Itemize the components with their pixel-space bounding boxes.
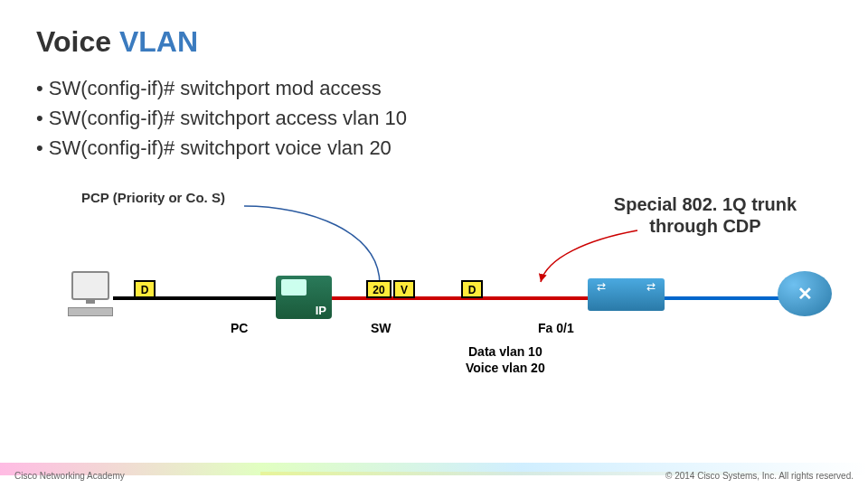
fa-label: Fa 0/1	[538, 321, 574, 335]
ip-phone-icon: IP	[276, 276, 332, 319]
pcp-arrow	[81, 199, 389, 289]
network-diagram: PCP (Priority or Co. S) Special 802. 1Q …	[36, 190, 832, 389]
config-bullets: SW(config-if)# switchport mod access SW(…	[36, 75, 832, 162]
bullet-item: SW(config-if)# switchport access vlan 10	[36, 105, 832, 133]
router-icon: ✕	[778, 271, 832, 316]
sw-label: SW	[371, 321, 392, 335]
footer-right: © 2014 Cisco Systems, Inc. All rights re…	[665, 471, 854, 481]
tag-voice: V	[393, 280, 415, 298]
title-highlight: VLAN	[119, 25, 198, 58]
router-glyph: ✕	[797, 283, 813, 305]
pcp-label: PCP (Priority or Co. S)	[81, 190, 225, 205]
pc-icon	[63, 271, 118, 325]
footer-left: Cisco Networking Academy	[14, 471, 125, 481]
phone-ip-label: IP	[316, 304, 326, 317]
tag-data-2: D	[461, 280, 483, 298]
title-prefix: Voice	[36, 25, 119, 58]
tag-data-1: D	[134, 280, 156, 298]
page-title: Voice VLAN	[36, 25, 832, 59]
vlan-info: Data vlan 10 Voice vlan 20	[466, 343, 545, 376]
pc-label: PC	[231, 321, 248, 335]
bullet-item: SW(config-if)# switchport voice vlan 20	[36, 135, 832, 163]
switch-icon	[588, 278, 665, 311]
special-trunk-label: Special 802. 1Q trunk through CDP	[597, 193, 814, 237]
tag-vlan20: 20	[366, 280, 392, 298]
bullet-item: SW(config-if)# switchport mod access	[36, 75, 832, 103]
